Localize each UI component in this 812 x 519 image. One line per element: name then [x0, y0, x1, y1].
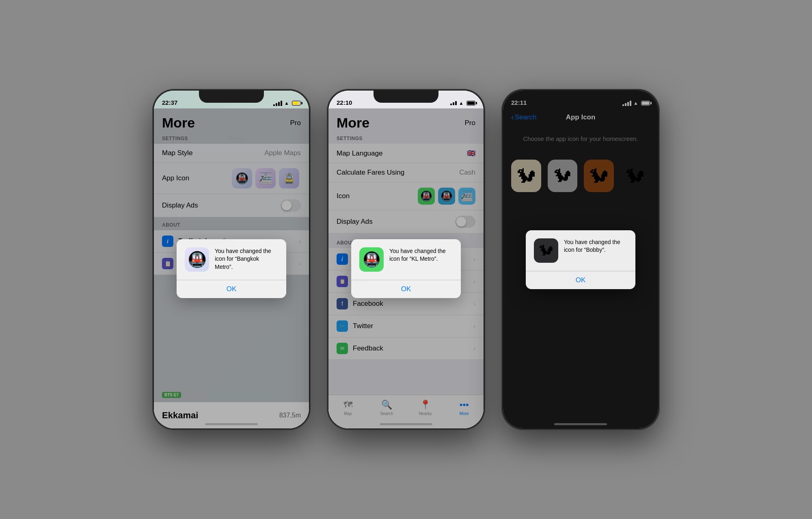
- signal-bar: [273, 104, 275, 106]
- status-right-1: ▲: [273, 100, 301, 106]
- alert-overlay-3: 🐿 You have changed the icon for “Bobby”.…: [503, 91, 658, 428]
- alert-content-1: 🚇 You have changed the icon for “Bangkok…: [177, 239, 286, 280]
- screen-2: 22:10 ▲: [328, 91, 484, 428]
- status-right-2: ▲: [450, 100, 475, 106]
- signal-bar: [453, 102, 454, 105]
- alert-box-3: 🐿 You have changed the icon for “Bobby”.…: [526, 230, 635, 289]
- phone-1-inner: Sam Khok Khlong L 22:37 ▲: [154, 91, 309, 428]
- alert-text-1: You have changed the icon for “Bangkok M…: [215, 247, 278, 271]
- screen-3: 22:11 ▲: [503, 91, 658, 428]
- time-2: 22:10: [337, 99, 352, 106]
- alert-content-3: 🐿 You have changed the icon for “Bobby”.: [526, 230, 635, 271]
- signal-2: [450, 101, 457, 105]
- alert-box-2: 🚇 You have changed the icon for “KL Metr…: [351, 239, 461, 298]
- signal-bar: [276, 103, 277, 106]
- alert-box-1: 🚇 You have changed the icon for “Bangkok…: [177, 239, 286, 298]
- signal-1: [273, 101, 282, 106]
- alert-icon-2: 🚇: [359, 247, 384, 272]
- alert-icon-1: 🚇: [185, 247, 209, 272]
- alert-ok-1[interactable]: OK: [177, 280, 286, 298]
- notch-2: [374, 91, 438, 103]
- phone-3-inner: 22:11 ▲: [503, 91, 658, 428]
- phone-2-inner: 22:10 ▲: [328, 91, 484, 428]
- phone-3: 22:11 ▲: [501, 89, 660, 430]
- wifi-icon-1: ▲: [284, 100, 289, 106]
- screen-1: Sam Khok Khlong L 22:37 ▲: [154, 91, 309, 428]
- more-panel-2: More Pro SETTINGS Map Language 🇬🇧 Calcul…: [328, 108, 484, 428]
- alert-text-2: You have changed the icon for “KL Metro”…: [389, 247, 453, 263]
- signal-bar: [281, 101, 282, 106]
- phone-1: Sam Khok Khlong L 22:37 ▲: [152, 89, 311, 430]
- phone-2: 22:10 ▲: [327, 89, 485, 430]
- alert-overlay-1: 🚇 You have changed the icon for “Bangkok…: [154, 108, 309, 428]
- battery-2: [466, 101, 475, 106]
- battery-fill-2: [467, 102, 475, 105]
- alert-text-3: You have changed the icon for “Bobby”.: [564, 238, 627, 254]
- signal-bar: [455, 101, 457, 105]
- notch-1: [199, 91, 264, 103]
- alert-overlay-2: 🚇 You have changed the icon for “KL Metr…: [328, 108, 484, 428]
- battery-fill-1: [293, 102, 298, 105]
- alert-ok-2[interactable]: OK: [351, 280, 461, 298]
- phones-container: Sam Khok Khlong L 22:37 ▲: [0, 0, 812, 519]
- alert-icon-3: 🐿: [534, 238, 558, 263]
- wifi-icon-2: ▲: [459, 100, 464, 106]
- time-1: 22:37: [162, 99, 177, 106]
- alert-content-2: 🚇 You have changed the icon for “KL Metr…: [351, 239, 461, 280]
- signal-bar: [450, 104, 452, 105]
- battery-1: [292, 101, 301, 106]
- more-panel-1: More Pro SETTINGS Map Style Apple Maps: [154, 108, 309, 428]
- alert-ok-3[interactable]: OK: [526, 271, 635, 289]
- signal-bar: [278, 102, 280, 106]
